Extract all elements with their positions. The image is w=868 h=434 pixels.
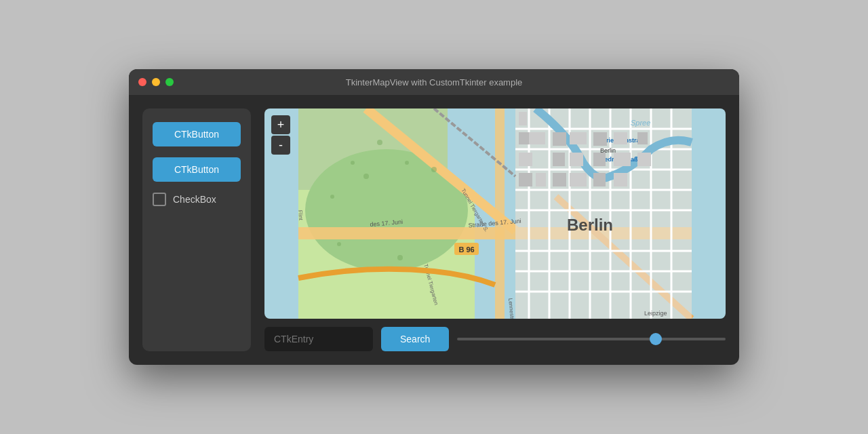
map-slider[interactable] xyxy=(457,338,726,340)
svg-rect-49 xyxy=(614,153,631,166)
svg-point-58 xyxy=(351,161,355,165)
map-zoom-controls: + - xyxy=(271,115,290,155)
sidebar: CTkButton CTkButton CheckBox xyxy=(142,108,251,351)
svg-rect-42 xyxy=(519,153,532,166)
traffic-lights xyxy=(138,78,174,86)
ctk-button-1[interactable]: CTkButton xyxy=(153,122,241,146)
svg-rect-43 xyxy=(553,153,565,166)
map-area: B 96 Berlin des 17. Juni Straße des 17. … xyxy=(264,108,726,351)
content-area: CTkButton CTkButton CheckBox xyxy=(129,95,739,365)
svg-rect-52 xyxy=(519,173,532,186)
map-container[interactable]: B 96 Berlin des 17. Juni Straße des 17. … xyxy=(264,108,726,319)
svg-rect-51 xyxy=(637,153,651,166)
checkbox-input[interactable] xyxy=(153,193,166,206)
svg-text:Flint: Flint xyxy=(297,210,304,221)
svg-point-65 xyxy=(397,255,403,260)
ctk-entry-input[interactable] xyxy=(264,327,373,351)
svg-rect-53 xyxy=(536,173,546,186)
svg-point-61 xyxy=(377,140,382,145)
svg-point-59 xyxy=(363,174,369,179)
checkbox-label: CheckBox xyxy=(173,194,216,205)
bottom-bar: Search xyxy=(264,327,726,351)
zoom-in-button[interactable]: + xyxy=(271,115,290,134)
svg-text:Leipzige: Leipzige xyxy=(644,310,667,317)
svg-rect-55 xyxy=(570,173,587,186)
svg-rect-47 xyxy=(570,153,583,166)
svg-rect-50 xyxy=(637,132,648,144)
svg-point-63 xyxy=(431,167,437,172)
svg-rect-40 xyxy=(529,132,545,144)
svg-rect-41 xyxy=(553,132,566,146)
svg-text:B 96: B 96 xyxy=(458,245,474,254)
svg-text:Berlin: Berlin xyxy=(567,216,613,234)
svg-rect-54 xyxy=(553,173,566,186)
window-title: TkinterMapView with CustomTkinter exampl… xyxy=(346,77,523,87)
close-button[interactable] xyxy=(138,78,146,86)
checkbox-row[interactable]: CheckBox xyxy=(153,193,241,206)
svg-rect-6 xyxy=(495,108,505,319)
zoom-out-button[interactable]: - xyxy=(271,136,290,155)
svg-point-62 xyxy=(405,161,409,165)
svg-rect-57 xyxy=(614,173,627,186)
svg-rect-56 xyxy=(593,173,606,186)
slider-container xyxy=(457,338,726,340)
svg-rect-44 xyxy=(570,132,587,144)
minimize-button[interactable] xyxy=(152,78,160,86)
svg-text:Spree: Spree xyxy=(631,119,650,127)
search-button[interactable]: Search xyxy=(381,327,449,351)
svg-rect-38 xyxy=(519,112,527,125)
svg-rect-46 xyxy=(614,132,627,144)
map-svg: B 96 Berlin des 17. Juni Straße des 17. … xyxy=(264,108,726,319)
titlebar: TkinterMapView with CustomTkinter exampl… xyxy=(129,69,739,95)
svg-rect-48 xyxy=(593,153,606,166)
svg-point-64 xyxy=(337,242,341,246)
app-window: TkinterMapView with CustomTkinter exampl… xyxy=(129,69,739,365)
maximize-button[interactable] xyxy=(165,78,174,86)
svg-rect-45 xyxy=(593,132,607,146)
ctk-button-2[interactable]: CTkButton xyxy=(153,157,241,182)
svg-point-60 xyxy=(330,195,334,199)
